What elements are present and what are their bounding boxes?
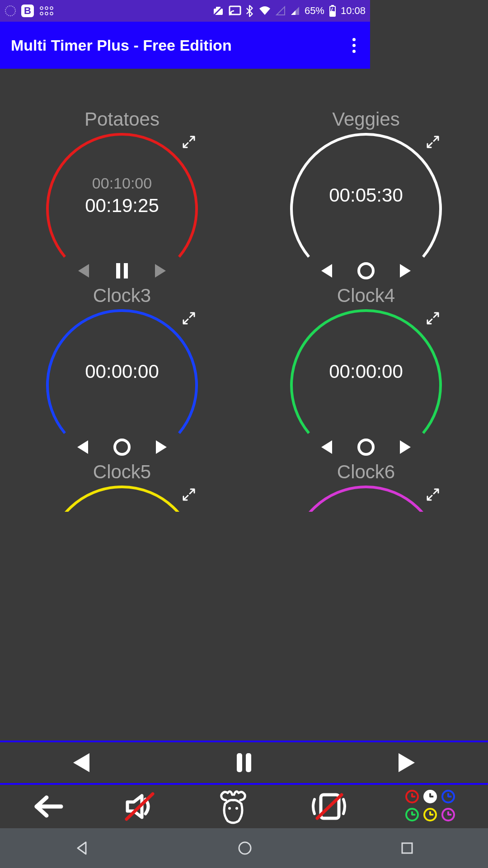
- svg-point-3: [40, 7, 43, 9]
- status-time: 10:08: [341, 5, 366, 17]
- no-briefcase-icon: [212, 5, 224, 17]
- wifi-icon: [258, 6, 271, 16]
- bluetooth-icon: [246, 5, 254, 17]
- timer-ring: 00:00:00: [45, 308, 199, 435]
- timer-pause-button[interactable]: [113, 261, 131, 280]
- status-circle-icon: [5, 5, 16, 17]
- overflow-menu-button[interactable]: [349, 34, 359, 57]
- battery-percent: 65%: [305, 5, 324, 17]
- timer-next-button[interactable]: [151, 262, 169, 279]
- timer-cell[interactable]: Clock300:00:00: [0, 285, 244, 461]
- svg-point-19: [115, 440, 129, 454]
- svg-point-7: [45, 12, 48, 15]
- timer-reset-button[interactable]: [113, 438, 131, 457]
- timer-name: Clock3: [93, 285, 151, 307]
- status-b-app-icon: B: [21, 4, 34, 18]
- timer-cell[interactable]: Clock6: [244, 461, 370, 509]
- svg-point-8: [50, 12, 53, 15]
- timers-area: Potatoes00:10:0000:19:25Veggies00:05:30C…: [0, 69, 370, 658]
- timer-ring: 00:10:0000:19:25: [45, 132, 199, 259]
- timer-prev-button[interactable]: [75, 439, 92, 456]
- timer-name: Clock5: [93, 461, 151, 483]
- cast-icon: [229, 5, 241, 16]
- svg-point-6: [40, 12, 43, 15]
- timer-next-button[interactable]: [152, 439, 169, 456]
- timer-cell[interactable]: Veggies00:05:30: [244, 108, 370, 285]
- svg-point-20: [359, 440, 370, 454]
- timer-reset-button[interactable]: [357, 261, 370, 280]
- timer-ring: 00:00:00: [289, 308, 370, 435]
- timer-name: Clock4: [337, 285, 370, 307]
- timer-ring: [289, 485, 370, 505]
- timer-name: Veggies: [332, 108, 370, 130]
- app-title: Multi Timer Plus - Free Edition: [11, 37, 232, 54]
- timer-reset-button[interactable]: [357, 438, 370, 457]
- signal-empty-icon: [276, 6, 286, 16]
- status-dots-icon: [39, 5, 54, 17]
- svg-text:B: B: [24, 5, 31, 16]
- timer-ring: [45, 485, 199, 505]
- svg-rect-14: [331, 5, 334, 6]
- timer-ring: 00:05:30: [289, 132, 370, 259]
- fullscreen-icon[interactable]: [181, 134, 197, 150]
- timer-prev-button[interactable]: [319, 262, 336, 279]
- fullscreen-icon[interactable]: [181, 486, 197, 503]
- timer-cell[interactable]: Potatoes00:10:0000:19:25: [0, 108, 244, 285]
- fullscreen-icon[interactable]: [181, 310, 197, 326]
- timer-prev-button[interactable]: [75, 262, 93, 279]
- battery-charging-icon: [329, 5, 336, 17]
- svg-rect-17: [124, 263, 128, 278]
- svg-point-0: [5, 6, 15, 16]
- svg-point-5: [50, 7, 53, 9]
- timer-name: Clock6: [337, 461, 370, 483]
- svg-point-18: [359, 264, 370, 278]
- status-bar: B 65% 10:08: [0, 0, 370, 22]
- app-bar: Multi Timer Plus - Free Edition: [0, 22, 370, 69]
- signal-half-icon: [290, 6, 300, 16]
- timer-cell[interactable]: Clock400:00:00: [244, 285, 370, 461]
- svg-point-4: [45, 7, 48, 9]
- timer-prev-button[interactable]: [319, 439, 336, 456]
- timer-cell[interactable]: Clock5: [0, 461, 244, 509]
- svg-rect-16: [116, 263, 120, 278]
- timer-name: Potatoes: [84, 108, 160, 130]
